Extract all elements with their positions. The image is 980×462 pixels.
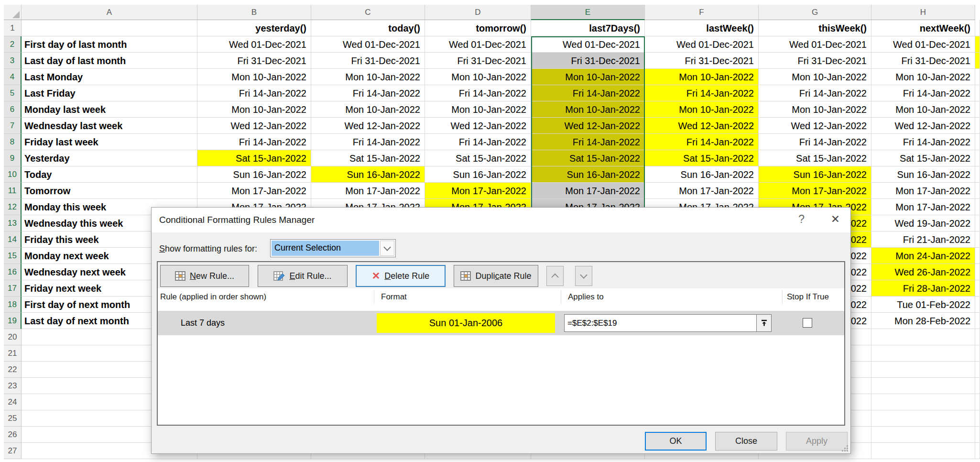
cell-D2[interactable]: Wed 01-Dec-2021 — [425, 36, 531, 53]
cell-C6[interactable]: Mon 10-Jan-2022 — [311, 101, 425, 118]
cell-G7[interactable]: Wed 12-Jan-2022 — [759, 118, 871, 134]
cell-H4[interactable]: Mon 10-Jan-2022 — [871, 69, 975, 85]
apply-button[interactable]: Apply — [786, 432, 848, 451]
cell-E10[interactable]: Sun 16-Jan-2022 — [531, 166, 645, 183]
delete-rule-button[interactable]: ✕ Delete Rule — [356, 265, 446, 287]
cell-E6[interactable]: Mon 10-Jan-2022 — [531, 101, 645, 118]
cell-G9[interactable]: Sat 15-Jan-2022 — [759, 150, 871, 166]
cell-C9[interactable]: Sat 15-Jan-2022 — [311, 150, 425, 166]
cell-H3[interactable]: Fri 31-Dec-2021 — [871, 53, 975, 69]
cell-B8[interactable]: Fri 14-Jan-2022 — [197, 134, 311, 150]
cell-I2[interactable] — [975, 36, 980, 53]
cell-A2[interactable]: First day of last month — [22, 36, 197, 53]
close-button[interactable]: Close — [715, 432, 777, 451]
cell-C4[interactable]: Mon 10-Jan-2022 — [311, 69, 425, 85]
cell-B7[interactable]: Wed 12-Jan-2022 — [197, 118, 311, 134]
cell-A8[interactable]: Friday last week — [22, 134, 197, 150]
cell-H15[interactable]: Mon 24-Jan-2022 — [871, 248, 975, 264]
cell-I3[interactable] — [975, 53, 980, 69]
cell-I10[interactable] — [975, 166, 980, 183]
cell-I20[interactable] — [975, 329, 980, 345]
cell-G10[interactable]: Sun 16-Jan-2022 — [759, 166, 871, 183]
cell-F8[interactable]: Fri 14-Jan-2022 — [645, 134, 759, 150]
cell-H7[interactable]: Wed 12-Jan-2022 — [871, 118, 975, 134]
row-header-6[interactable]: 6 — [4, 101, 22, 118]
row-header-8[interactable]: 8 — [4, 134, 22, 150]
row-header-25[interactable]: 25 — [4, 410, 22, 427]
cell-I1[interactable] — [975, 20, 980, 36]
row-header-27[interactable]: 27 — [4, 443, 22, 459]
move-rule-up-button[interactable] — [546, 266, 564, 286]
dropdown-button[interactable] — [380, 241, 394, 256]
help-icon[interactable]: ? — [798, 213, 805, 226]
row-header-9[interactable]: 9 — [4, 150, 22, 166]
column-header-G[interactable]: G — [759, 5, 871, 20]
cell-I9[interactable] — [975, 150, 980, 166]
row-header-22[interactable]: 22 — [4, 362, 22, 378]
cell-C10[interactable]: Sun 16-Jan-2022 — [311, 166, 425, 183]
duplicate-rule-button[interactable]: Duplicate Rule — [454, 265, 538, 287]
cell-I5[interactable] — [975, 85, 980, 101]
cell-H9[interactable]: Sat 15-Jan-2022 — [871, 150, 975, 166]
ok-button[interactable]: OK — [645, 432, 707, 451]
cell-E3[interactable]: Fri 31-Dec-2021 — [531, 53, 645, 69]
cell-F4[interactable]: Mon 10-Jan-2022 — [645, 69, 759, 85]
cell-G8[interactable]: Fri 14-Jan-2022 — [759, 134, 871, 150]
cell-C7[interactable]: Wed 12-Jan-2022 — [311, 118, 425, 134]
cell-F5[interactable]: Fri 14-Jan-2022 — [645, 85, 759, 101]
column-header-F[interactable]: F — [645, 5, 759, 20]
row-header-4[interactable]: 4 — [4, 69, 22, 85]
cell-H17[interactable]: Fri 28-Jan-2022 — [871, 280, 975, 297]
cell-E1[interactable]: last7Days() — [531, 20, 645, 36]
cell-I18[interactable] — [975, 297, 980, 313]
cell-A4[interactable]: Last Monday — [22, 69, 197, 85]
cell-I17[interactable] — [975, 280, 980, 297]
cell-E8[interactable]: Fri 14-Jan-2022 — [531, 134, 645, 150]
cell-A10[interactable]: Today — [22, 166, 197, 183]
stop-if-true-checkbox[interactable] — [803, 318, 812, 328]
cell-C11[interactable]: Mon 17-Jan-2022 — [311, 183, 425, 199]
cell-A3[interactable]: Last day of last month — [22, 53, 197, 69]
cell-D9[interactable]: Sat 15-Jan-2022 — [425, 150, 531, 166]
cell-C8[interactable]: Fri 14-Jan-2022 — [311, 134, 425, 150]
cell-H5[interactable]: Fri 14-Jan-2022 — [871, 85, 975, 101]
cell-H19[interactable]: Mon 28-Feb-2022 — [871, 313, 975, 329]
cell-H23[interactable] — [871, 378, 975, 394]
cell-E5[interactable]: Fri 14-Jan-2022 — [531, 85, 645, 101]
column-header-C[interactable]: C — [311, 5, 425, 20]
cell-D3[interactable]: Fri 31-Dec-2021 — [425, 53, 531, 69]
cell-I6[interactable] — [975, 101, 980, 118]
row-header-15[interactable]: 15 — [4, 248, 22, 264]
cell-I13[interactable] — [975, 215, 980, 231]
cell-A7[interactable]: Wednesday last week — [22, 118, 197, 134]
cell-E4[interactable]: Mon 10-Jan-2022 — [531, 69, 645, 85]
cell-I12[interactable] — [975, 199, 980, 215]
cell-B1[interactable]: yesterday() — [197, 20, 311, 36]
cell-F1[interactable]: lastWeek() — [645, 20, 759, 36]
cell-G4[interactable]: Mon 10-Jan-2022 — [759, 69, 871, 85]
cell-D10[interactable]: Sun 16-Jan-2022 — [425, 166, 531, 183]
applies-to-input[interactable] — [564, 314, 757, 332]
row-header-19[interactable]: 19 — [4, 313, 22, 329]
cell-I8[interactable] — [975, 134, 980, 150]
resize-grip[interactable] — [841, 445, 848, 451]
cell-H8[interactable]: Fri 14-Jan-2022 — [871, 134, 975, 150]
select-all-button[interactable] — [4, 5, 22, 20]
cell-I19[interactable] — [975, 313, 980, 329]
row-header-13[interactable]: 13 — [4, 215, 22, 231]
cell-H18[interactable]: Tue 01-Feb-2022 — [871, 297, 975, 313]
cell-H21[interactable] — [871, 345, 975, 362]
cell-G3[interactable]: Fri 31-Dec-2021 — [759, 53, 871, 69]
cell-A1[interactable] — [22, 20, 197, 36]
show-rules-dropdown[interactable]: Current Selection — [270, 239, 396, 257]
row-header-12[interactable]: 12 — [4, 199, 22, 215]
cell-D5[interactable]: Fri 14-Jan-2022 — [425, 85, 531, 101]
cell-I24[interactable] — [975, 394, 980, 410]
cell-B10[interactable]: Sun 16-Jan-2022 — [197, 166, 311, 183]
cell-H27[interactable] — [871, 443, 975, 459]
cell-B2[interactable]: Wed 01-Dec-2021 — [197, 36, 311, 53]
column-header-B[interactable]: B — [197, 5, 311, 20]
cell-I21[interactable] — [975, 345, 980, 362]
row-header-23[interactable]: 23 — [4, 378, 22, 394]
dialog-titlebar[interactable]: Conditional Formatting Rules Manager ? ✕ — [152, 208, 850, 232]
